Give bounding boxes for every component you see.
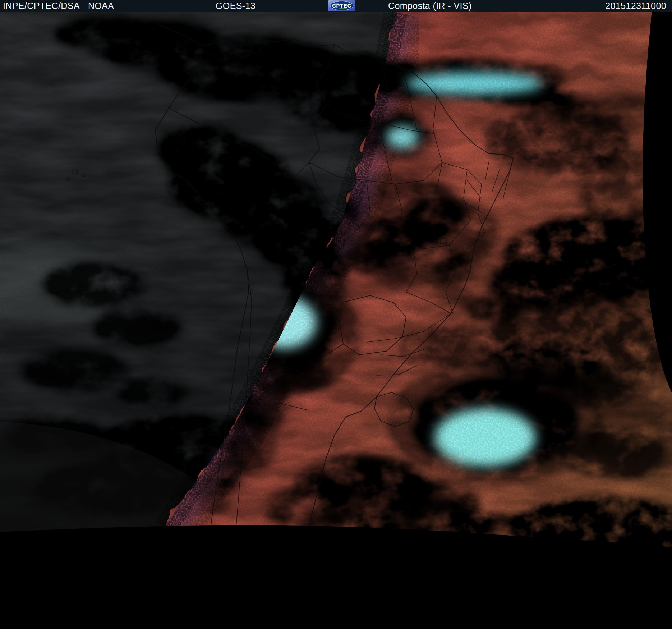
logo-text: CPTEC	[332, 3, 351, 9]
cptec-logo-icon: CPTEC CPTEC	[328, 0, 355, 11]
agency-label: INPE/CPTEC/DSA	[3, 0, 80, 12]
satellite-label: GOES-13	[216, 0, 256, 12]
satellite-product-window: INPE/CPTEC/DSA NOAA GOES-13 CPTEC CPTEC …	[0, 0, 672, 629]
timestamp-label: 201512311000	[605, 0, 666, 12]
product-label: Composta (IR - VIS)	[388, 0, 472, 12]
satellite-scene	[0, 12, 672, 629]
title-bar: INPE/CPTEC/DSA NOAA GOES-13 CPTEC CPTEC …	[0, 0, 672, 12]
noaa-label: NOAA	[88, 0, 114, 12]
scan-bottom-black	[0, 525, 672, 629]
